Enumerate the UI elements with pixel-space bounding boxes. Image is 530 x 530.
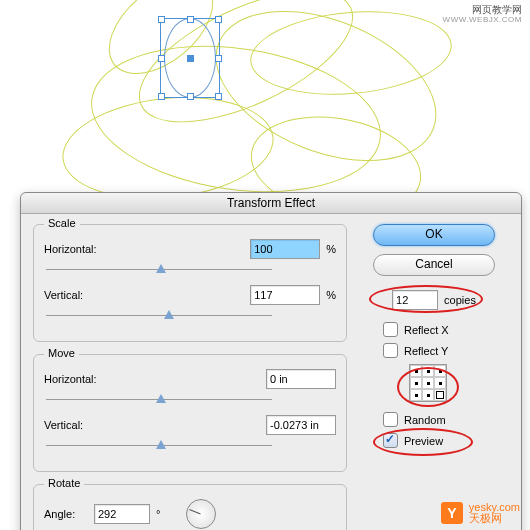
copies-field[interactable] [392,290,438,310]
move-legend: Move [44,347,79,359]
random-label: Random [404,414,446,426]
watermark-top: 网页教学网 WWW.WEBJX.COM [443,5,522,25]
scale-h-unit: % [326,243,336,255]
scale-h-field[interactable] [250,239,320,259]
yesky-name: 天极网 [469,513,520,524]
move-v-slider[interactable] [44,439,274,453]
reflect-x-checkbox[interactable] [383,322,398,337]
scale-v-unit: % [326,289,336,301]
reflect-y-checkbox[interactable] [383,343,398,358]
move-h-field[interactable] [266,369,336,389]
scale-legend: Scale [44,217,80,229]
canvas-area [0,0,530,200]
ok-button[interactable]: OK [373,224,495,246]
cancel-button[interactable]: Cancel [373,254,495,276]
angle-dial[interactable] [186,499,216,529]
scale-group: Scale Horizontal: % Vertical: % [33,224,347,342]
random-checkbox[interactable] [383,412,398,427]
watermark-top-cn: 网页教学网 [443,5,522,15]
move-h-slider[interactable] [44,393,274,407]
move-v-label: Vertical: [44,419,114,431]
preview-checkbox[interactable] [383,433,398,448]
reflect-x-label: Reflect X [404,324,449,336]
rotate-angle-unit: ° [156,508,160,520]
reflect-y-label: Reflect Y [404,345,448,357]
scale-v-field[interactable] [250,285,320,305]
move-h-label: Horizontal: [44,373,114,385]
rotate-angle-label: Angle: [44,508,88,520]
registration-point-grid[interactable] [409,364,447,402]
scale-v-slider[interactable] [44,309,274,323]
move-group: Move Horizontal: Vertical: [33,354,347,472]
scale-h-label: Horizontal: [44,243,114,255]
rotate-group: Rotate Angle: ° [33,484,347,530]
transform-effect-dialog: Transform Effect Scale Horizontal: % Ver… [20,192,522,530]
rotate-angle-field[interactable] [94,504,150,524]
selection-bounds [160,18,220,98]
watermark-top-en: WWW.WEBJX.COM [443,15,522,25]
scale-v-label: Vertical: [44,289,114,301]
preview-label: Preview [404,435,443,447]
copies-label: copies [444,294,476,306]
scale-h-slider[interactable] [44,263,274,277]
move-v-field[interactable] [266,415,336,435]
watermark-bottom: Y yesky.com 天极网 [441,502,520,524]
yesky-logo-icon: Y [441,502,463,524]
dialog-title: Transform Effect [21,193,521,214]
rotate-legend: Rotate [44,477,84,489]
